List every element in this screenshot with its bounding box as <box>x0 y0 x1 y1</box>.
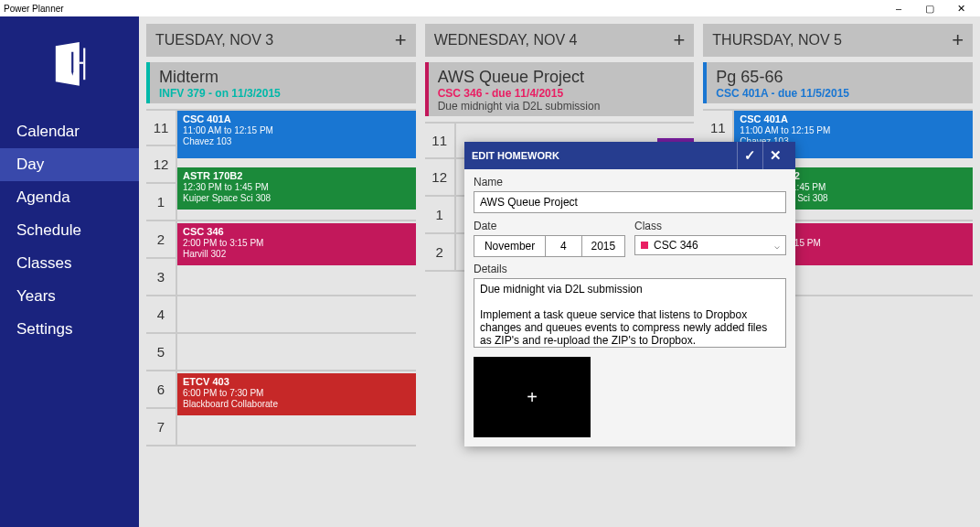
dialog-header: EDIT HOMEWORK ✓ ✕ <box>464 142 795 169</box>
task-subtitle: CSC 401A - due 11/5/2015 <box>716 87 964 100</box>
name-label: Name <box>474 176 786 188</box>
hour-cell[interactable] <box>177 146 416 182</box>
svg-rect-1 <box>80 62 83 64</box>
task-subtitle: INFV 379 - on 11/3/2015 <box>159 87 407 100</box>
hour-label: 11 <box>425 124 456 157</box>
hour-label: 3 <box>146 259 177 295</box>
day-column: TUESDAY, NOV 3+MidtermINFV 379 - on 11/3… <box>146 24 416 527</box>
task-card[interactable]: Pg 65-66CSC 401A - due 11/5/2015 <box>703 62 973 103</box>
nav-item-calendar[interactable]: Calendar <box>0 115 139 148</box>
plus-icon: + <box>527 387 538 408</box>
add-task-button[interactable]: + <box>395 28 407 52</box>
day-header: WEDNESDAY, NOV 4+ <box>425 24 695 57</box>
nav-item-classes[interactable]: Classes <box>0 247 139 280</box>
hour-label: 6 <box>146 371 177 407</box>
nav-item-schedule[interactable]: Schedule <box>0 214 139 247</box>
class-select[interactable]: CSC 346 ⌵ <box>634 235 786 255</box>
task-detail: Due midnight via D2L submission <box>438 100 686 113</box>
day-title: THURSDAY, NOV 5 <box>712 32 842 48</box>
date-label: Date <box>474 220 625 232</box>
dialog-title: EDIT HOMEWORK <box>472 150 559 161</box>
hour-label: 11 <box>146 111 177 145</box>
add-task-button[interactable]: + <box>952 28 964 52</box>
hour-label: 1 <box>146 184 177 220</box>
details-label: Details <box>474 263 786 275</box>
class-label: Class <box>634 220 786 232</box>
hour-label: 5 <box>146 334 177 370</box>
nav-item-settings[interactable]: Settings <box>0 313 139 346</box>
hour-label: 1 <box>425 197 456 232</box>
window-title: Power Planner <box>4 4 883 14</box>
hour-cell[interactable] <box>177 296 416 332</box>
date-month[interactable]: November <box>474 235 546 257</box>
task-subtitle: CSC 346 - due 11/4/2015 <box>438 87 686 100</box>
class-name: CSC 346 <box>654 239 698 252</box>
day-header: THURSDAY, NOV 5+ <box>703 24 973 57</box>
maximize-button[interactable]: ▢ <box>914 3 945 15</box>
hour-label: 2 <box>146 221 177 257</box>
task-title: Midterm <box>159 68 407 87</box>
hour-cell[interactable]: CSC 401A11:00 AM to 12:15 PMChavez 103AS… <box>177 111 416 145</box>
hour-label: 12 <box>425 159 456 195</box>
day-title: TUESDAY, NOV 3 <box>155 32 273 48</box>
nav-item-day[interactable]: Day <box>0 148 139 181</box>
svg-rect-0 <box>83 48 85 81</box>
app-logo <box>0 16 139 115</box>
task-card[interactable]: AWS Queue ProjectCSC 346 - due 11/4/2015… <box>425 62 695 116</box>
hour-label: 11 <box>703 111 734 145</box>
add-attachment-button[interactable]: + <box>474 357 591 437</box>
day-title: WEDNESDAY, NOV 4 <box>434 32 578 48</box>
details-input[interactable] <box>474 278 786 348</box>
hour-cell[interactable] <box>177 334 416 370</box>
add-task-button[interactable]: + <box>673 28 685 52</box>
task-card[interactable]: MidtermINFV 379 - on 11/3/2015 <box>146 62 416 103</box>
hour-cell[interactable] <box>177 409 416 445</box>
minimize-button[interactable]: – <box>883 3 914 14</box>
dialog-close-button[interactable]: ✕ <box>762 142 788 169</box>
nav-item-agenda[interactable]: Agenda <box>0 181 139 214</box>
event-name: CSC 401A <box>183 113 410 125</box>
hour-label: 7 <box>146 409 177 445</box>
edit-homework-dialog: EDIT HOMEWORK ✓ ✕ Name Date November 4 2… <box>464 142 795 446</box>
hour-label: 4 <box>146 296 177 332</box>
chevron-down-icon: ⌵ <box>774 241 780 251</box>
event-time: 11:00 AM to 12:15 PM <box>740 125 967 136</box>
task-title: AWS Queue Project <box>438 68 686 87</box>
day-header: TUESDAY, NOV 3+ <box>146 24 416 57</box>
hour-label: 12 <box>146 146 177 182</box>
titlebar: Power Planner – ▢ ✕ <box>0 0 980 16</box>
name-input[interactable] <box>474 191 786 213</box>
close-button[interactable]: ✕ <box>945 3 976 15</box>
hour-label: 2 <box>425 234 456 270</box>
hour-cell[interactable] <box>177 371 416 407</box>
task-title: Pg 65-66 <box>716 68 964 87</box>
date-year[interactable]: 2015 <box>582 235 625 257</box>
sidebar: CalendarDayAgendaScheduleClassesYearsSet… <box>0 16 139 527</box>
dialog-confirm-button[interactable]: ✓ <box>737 142 762 169</box>
hour-cell[interactable] <box>177 184 416 220</box>
class-color-swatch <box>641 242 648 249</box>
event-name: CSC 401A <box>740 113 967 125</box>
event-time: 11:00 AM to 12:15 PM <box>183 125 410 136</box>
date-day[interactable]: 4 <box>546 235 582 257</box>
hour-cell[interactable] <box>177 221 416 257</box>
date-picker[interactable]: November 4 2015 <box>474 235 625 257</box>
hour-cell[interactable] <box>177 259 416 295</box>
hour-cell[interactable]: CSC 401A11:00 AM to 12:15 PMChavez 103AS… <box>734 111 973 145</box>
schedule-grid: 11CSC 401A11:00 AM to 12:15 PMChavez 103… <box>146 109 416 446</box>
nav-item-years[interactable]: Years <box>0 280 139 313</box>
